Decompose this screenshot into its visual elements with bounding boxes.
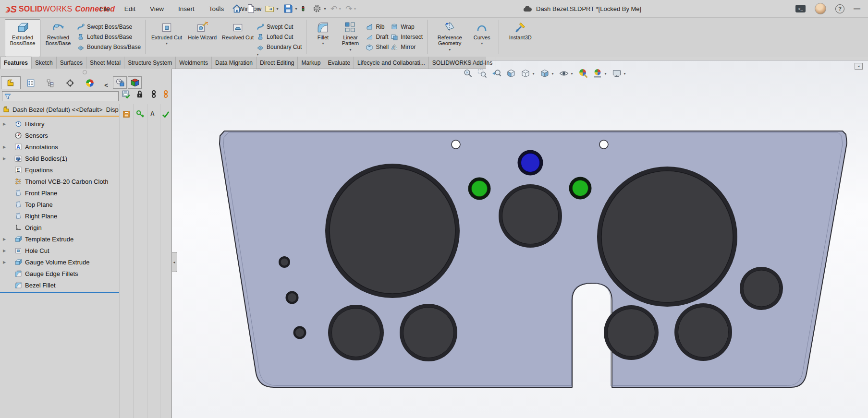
menu-edit[interactable]: Edit <box>123 4 136 13</box>
tab-evaluate[interactable]: Evaluate <box>324 57 354 69</box>
gauge-hole-far-right[interactable] <box>740 267 783 310</box>
tree-item-gauge-volume-extrude[interactable]: ▶Gauge Volume Extrude <box>0 256 119 268</box>
zoom-to-area-icon[interactable] <box>477 68 488 79</box>
tab-surfaces[interactable]: Surfaces <box>57 57 86 69</box>
tree-item-template-extrude[interactable]: ▶Template Extrude <box>0 233 119 245</box>
gauge-hole-left-large[interactable] <box>325 164 460 298</box>
propertymanager-tab[interactable] <box>21 76 40 89</box>
rollback-bar[interactable] <box>0 292 119 293</box>
gauge-hole-bottom-left-1[interactable] <box>328 305 384 360</box>
save-check-icon[interactable] <box>122 90 130 98</box>
lofted-boss-base-button[interactable]: Lofted Boss/Base <box>77 33 141 41</box>
save-button[interactable]: ▾ <box>283 3 298 14</box>
graphics-viewport[interactable]: ▾ ▾ ▾ ▾ ▾ ◂ ◂ <box>171 60 868 418</box>
draft-button[interactable]: Draft <box>366 33 389 41</box>
tab-solidworks-add-ins[interactable]: SOLIDWORKS Add-Ins <box>429 57 496 69</box>
gauge-hole-bottom-right-1[interactable] <box>604 305 659 360</box>
display-pane-icon[interactable]: ◂ <box>855 63 863 70</box>
tree-item-hole-cut[interactable]: ▶Hole Cut <box>0 245 119 256</box>
tab-data-migration[interactable]: Data Migration <box>212 57 257 69</box>
tree-root-item[interactable]: Dash Bezel (Default) <<Default>_Disp <box>0 103 119 117</box>
tree-filter-box[interactable] <box>2 91 119 101</box>
settings-gear-button[interactable]: ▾ <box>312 3 327 14</box>
redo-button[interactable]: ↷▾ <box>345 5 357 13</box>
wrap-button[interactable]: Wrap <box>391 23 423 31</box>
rib-button[interactable]: Rib <box>366 23 389 31</box>
reference-geometry-button[interactable]: Reference Geometry ▾ <box>431 19 468 57</box>
terminal-icon[interactable]: >_ <box>795 5 806 12</box>
tab-markup[interactable]: Markup <box>298 57 324 69</box>
configurationmanager-tab[interactable] <box>40 76 60 89</box>
display-style-button[interactable]: ▾ <box>539 68 555 79</box>
revolved-boss-base-button[interactable]: Revolved Boss/Base <box>40 19 76 57</box>
tree-item-history[interactable]: ▶History <box>0 118 119 130</box>
new-document-button[interactable]: ▾ <box>245 3 261 14</box>
undo-button[interactable]: ↶▾ <box>330 5 342 13</box>
boundary-cut-button[interactable]: Boundary Cut <box>257 43 302 51</box>
mounting-hole-right[interactable] <box>599 140 608 149</box>
gauge-hole-bottom-left-2[interactable] <box>400 304 457 361</box>
tree-item-origin[interactable]: Origin <box>0 222 119 233</box>
tree-item-right-plane[interactable]: Right Plane <box>0 210 119 222</box>
cut-column-flyout-caret[interactable]: ▾ <box>256 52 260 57</box>
extruded-cut-button[interactable]: Extruded Cut ▾ <box>149 19 184 57</box>
expand-arrow-icon[interactable]: ▶ <box>3 156 10 161</box>
gauge-hole-bottom-right-2[interactable] <box>674 303 732 361</box>
hole-wizard-button[interactable]: Hole Wizard <box>184 19 220 57</box>
expand-arrow-icon[interactable]: ▶ <box>3 249 10 253</box>
edit-appearance-icon[interactable] <box>578 68 588 79</box>
indicator-green-right[interactable] <box>569 177 592 200</box>
tree-item-material[interactable]: Thornel VCB-20 Carbon Cloth <box>0 176 119 187</box>
home-icon[interactable] <box>232 3 242 14</box>
user-avatar[interactable] <box>815 3 826 14</box>
tree-item-solid-bodies[interactable]: ▶Solid Bodies(1) <box>0 153 119 164</box>
mounting-hole-left[interactable] <box>452 140 460 149</box>
zoom-to-fit-icon[interactable] <box>463 68 473 79</box>
section-view-icon[interactable] <box>506 68 516 79</box>
view-orientation-button[interactable]: ▾ <box>520 68 536 79</box>
lock-icon[interactable] <box>135 90 144 98</box>
dash-bezel-model[interactable] <box>171 60 868 418</box>
tree-item-bezel-fillet[interactable]: Bezel Fillet <box>0 279 119 291</box>
fillet-button[interactable]: Fillet ▾ <box>310 19 336 57</box>
open-button[interactable]: ▾ <box>264 3 280 14</box>
menu-file[interactable]: File <box>98 4 111 13</box>
lofted-cut-button[interactable]: Lofted Cut <box>257 33 302 41</box>
menu-insert[interactable]: Insert <box>177 4 196 13</box>
curves-button[interactable]: Curves ▾ <box>468 19 495 57</box>
previous-view-icon[interactable] <box>491 68 502 79</box>
gauge-hole-right-large[interactable] <box>597 167 737 307</box>
tab-features[interactable]: Features <box>0 57 32 69</box>
featuremanager-tree-tab[interactable] <box>1 76 21 89</box>
expand-arrow-icon[interactable]: ▶ <box>3 260 10 264</box>
mirror-button[interactable]: Mirror <box>391 43 423 51</box>
tab-direct-editing[interactable]: Direct Editing <box>257 57 298 69</box>
tree-item-top-plane[interactable]: Top Plane <box>0 199 119 210</box>
instant3d-button[interactable]: Instant3D <box>502 19 538 57</box>
tab-sketch[interactable]: Sketch <box>32 57 57 69</box>
tab-lifecycle-collaboration[interactable]: Lifecycle and Collaborati... <box>354 57 429 69</box>
expand-arrow-icon[interactable]: ▶ <box>3 237 10 241</box>
tree-item-sensors[interactable]: Sensors <box>0 130 119 141</box>
menu-view[interactable]: View <box>149 4 165 13</box>
history-lock-button[interactable] <box>113 76 127 89</box>
apply-scene-button[interactable]: ▾ <box>592 68 608 79</box>
rebuild-traffic-light-icon[interactable] <box>302 3 308 14</box>
help-icon[interactable]: ? <box>835 4 844 13</box>
gauge-hole-center[interactable] <box>499 184 562 248</box>
tree-item-equations[interactable]: Equations <box>0 164 119 176</box>
revolved-cut-button[interactable]: Revolved Cut <box>220 19 256 57</box>
displaymanager-tab[interactable] <box>80 76 99 89</box>
linear-pattern-button[interactable]: Linear Pattern ▾ <box>336 19 365 57</box>
tab-structure-system[interactable]: Structure System <box>124 57 176 69</box>
tree-filter-input[interactable] <box>12 93 118 100</box>
tree-item-annotations[interactable]: ▶Annotations <box>0 141 119 153</box>
tab-weldments[interactable]: Weldments <box>176 57 212 69</box>
tree-item-front-plane[interactable]: Front Plane <box>0 187 119 199</box>
external-link-icon[interactable] <box>161 90 170 98</box>
swept-boss-base-button[interactable]: Swept Boss/Base <box>77 23 141 31</box>
view-settings-button[interactable]: ▾ <box>611 68 627 79</box>
indicator-blue[interactable] <box>518 150 543 176</box>
shell-button[interactable]: Shell <box>366 43 389 51</box>
hide-show-items-button[interactable]: ▾ <box>559 68 574 79</box>
